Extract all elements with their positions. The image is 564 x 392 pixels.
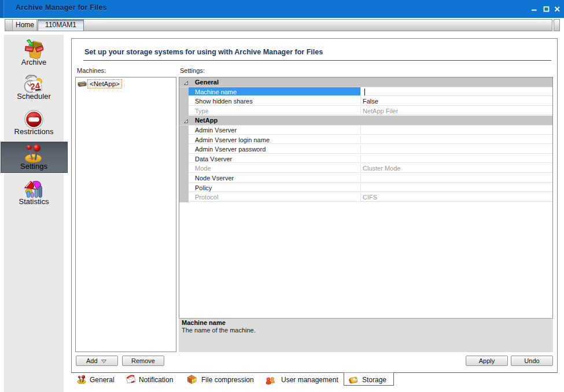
svg-text:24: 24 (30, 80, 41, 91)
